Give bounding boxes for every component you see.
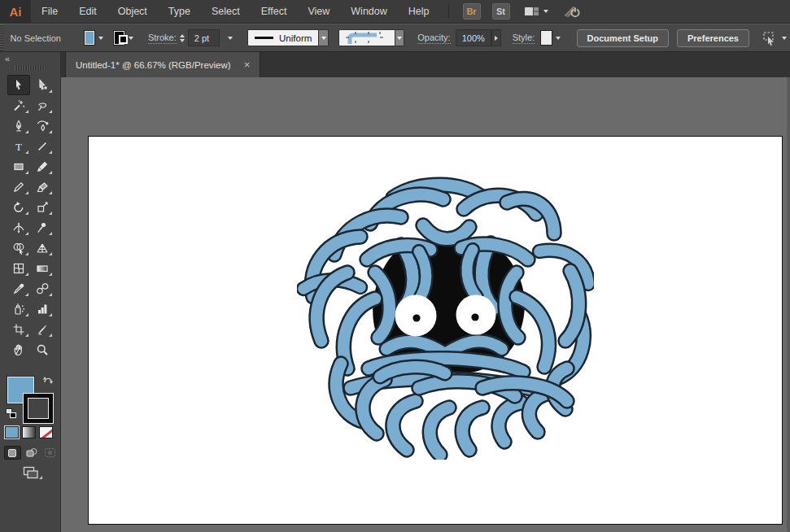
line-segment-tool-icon: [36, 140, 49, 153]
menu-select[interactable]: Select: [201, 0, 251, 23]
draw-normal-button[interactable]: [4, 446, 21, 460]
scale-tool[interactable]: [31, 197, 54, 217]
stepper-down-icon: [180, 39, 185, 42]
line-segment-tool[interactable]: [31, 136, 54, 156]
chevron-down-icon: [129, 37, 133, 40]
magic-wand-tool[interactable]: [7, 95, 30, 116]
svg-text:T: T: [15, 140, 22, 152]
style-swatch[interactable]: [540, 30, 552, 46]
menu-view[interactable]: View: [297, 0, 340, 23]
app-logo: Ai: [0, 0, 31, 24]
paintbrush-tool-icon: [36, 160, 49, 173]
document-tab[interactable]: Untitled-1* @ 66.67% (RGB/Preview) ×: [65, 52, 260, 77]
opacity-value[interactable]: 100%: [456, 29, 491, 46]
opacity-options-button[interactable]: [491, 29, 501, 46]
workspace-switcher[interactable]: [521, 3, 552, 20]
swap-fill-stroke-button[interactable]: [42, 374, 55, 389]
menu-type[interactable]: Type: [158, 0, 201, 23]
gradient-tool[interactable]: [31, 258, 54, 278]
eyedropper-tool-icon: [12, 282, 25, 295]
direct-selection-tool[interactable]: [31, 75, 54, 95]
width-profile-dropdown[interactable]: [319, 29, 328, 46]
perspective-grid-tool[interactable]: [31, 238, 54, 258]
draw-inside-button[interactable]: [41, 446, 59, 460]
opacity-label[interactable]: Opacity:: [417, 33, 450, 44]
eraser-tool[interactable]: [31, 177, 54, 197]
stroke-weight-dropdown[interactable]: [225, 30, 236, 46]
shape-builder-tool[interactable]: [7, 238, 30, 258]
stock-button[interactable]: St: [492, 3, 510, 20]
panel-collapse-button[interactable]: «: [5, 54, 9, 63]
chevron-down-icon: [321, 37, 326, 40]
brush-definition-dropdown[interactable]: [395, 29, 404, 46]
stroke-weight-label[interactable]: Stroke:: [148, 33, 177, 44]
draw-behind-button[interactable]: [23, 446, 40, 460]
menu-edit[interactable]: Edit: [68, 0, 107, 23]
artboard-tool[interactable]: [7, 319, 30, 339]
style-label[interactable]: Style:: [513, 33, 535, 44]
controlbar-grip[interactable]: [0, 24, 4, 51]
none-mode-button[interactable]: [39, 426, 53, 438]
fill-color-swatch[interactable]: [84, 30, 95, 46]
color-mode-button[interactable]: [5, 426, 19, 438]
bridge-button[interactable]: Br: [463, 3, 481, 20]
chevron-down-icon: [98, 37, 103, 40]
tab-close-button[interactable]: ×: [244, 59, 251, 70]
preferences-button[interactable]: Preferences: [677, 29, 749, 47]
stroke-color-control[interactable]: [24, 394, 53, 423]
tools-panel: «: [0, 52, 61, 532]
workspace-layout-icon: [524, 5, 540, 18]
selection-tool[interactable]: [7, 75, 30, 95]
stroke-weight-stepper[interactable]: [180, 34, 185, 42]
vines-front: [336, 341, 567, 455]
width-profile-field[interactable]: Uniform: [247, 29, 319, 46]
fill-color-dropdown[interactable]: [95, 30, 107, 46]
menu-file[interactable]: File: [31, 0, 68, 23]
rectangle-tool[interactable]: [7, 156, 30, 177]
puppet-warp-tool[interactable]: [31, 217, 54, 238]
draw-behind-icon: [25, 447, 38, 458]
symbol-sprayer-tool[interactable]: [7, 299, 30, 319]
menu-object[interactable]: Object: [107, 0, 158, 23]
curvature-tool[interactable]: [31, 116, 54, 136]
screen-mode-button[interactable]: [21, 465, 41, 480]
stroke-weight-value[interactable]: 2 pt: [188, 29, 220, 46]
blend-tool[interactable]: [31, 278, 54, 299]
pencil-tool[interactable]: [7, 177, 30, 197]
chevron-down-icon: [543, 10, 548, 13]
lasso-tool[interactable]: [31, 95, 54, 116]
style-dropdown[interactable]: [552, 30, 564, 46]
slice-tool[interactable]: [31, 319, 54, 339]
width-tool[interactable]: [7, 217, 30, 238]
menu-window[interactable]: Window: [340, 0, 397, 23]
select-similar-button[interactable]: [757, 30, 790, 46]
menu-effect[interactable]: Effect: [251, 0, 298, 23]
hand-tool[interactable]: [7, 339, 30, 360]
brush-definition-field[interactable]: [338, 29, 395, 46]
default-stroke-icon: [10, 412, 16, 418]
drawing-mode-buttons: [4, 446, 59, 460]
sync-status-button[interactable]: [560, 3, 586, 20]
magic-wand-tool-icon: [12, 99, 25, 112]
mesh-tool[interactable]: [7, 258, 30, 278]
column-graph-tool[interactable]: [31, 299, 54, 319]
chevron-down-icon: [782, 37, 787, 40]
menu-help[interactable]: Help: [398, 0, 440, 23]
gradient-mode-button[interactable]: [22, 426, 36, 438]
pen-tool-icon: [12, 120, 25, 133]
puppet-warp-tool-icon: [36, 221, 49, 234]
default-fill-stroke-button[interactable]: [6, 408, 19, 420]
draw-inside-icon: [44, 447, 56, 458]
panel-drag-handle[interactable]: [15, 65, 46, 71]
zoom-tool[interactable]: [31, 339, 54, 360]
type-tool[interactable]: T: [7, 136, 30, 156]
paintbrush-tool[interactable]: [31, 156, 54, 177]
pen-tool[interactable]: [7, 116, 30, 136]
document-setup-button[interactable]: Document Setup: [577, 29, 669, 47]
stroke-color-swatch[interactable]: [113, 30, 124, 46]
rotate-tool[interactable]: [7, 197, 30, 217]
canvas-area[interactable]: [61, 77, 790, 532]
symbol-sprayer-tool-icon: [12, 303, 25, 316]
eyedropper-tool[interactable]: [7, 278, 30, 299]
artwork-tangela[interactable]: [297, 173, 594, 460]
